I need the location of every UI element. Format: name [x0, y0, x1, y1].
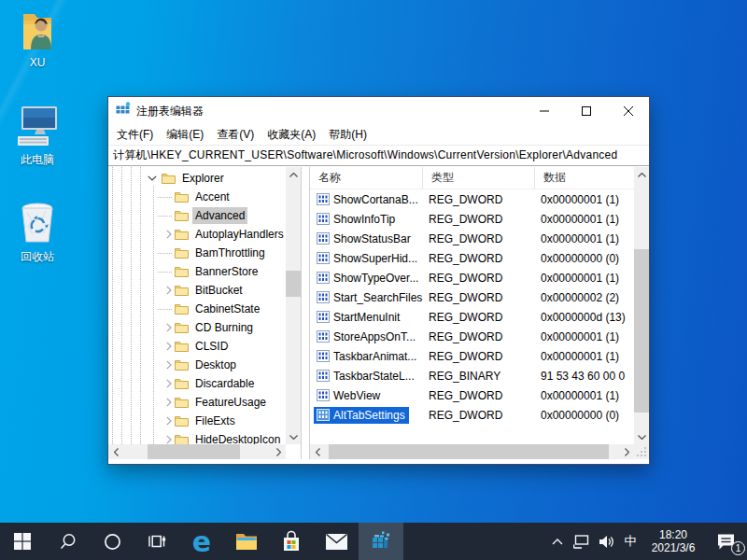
reg-value-icon — [317, 330, 331, 343]
tree-item-advanced[interactable]: Advanced — [108, 206, 286, 225]
chevron-right-icon[interactable] — [166, 435, 172, 444]
chevron-right-icon[interactable] — [166, 360, 172, 370]
desktop-icon-user-folder[interactable]: XU — [0, 10, 75, 69]
value-row-showinfotip[interactable]: ShowInfoTipREG_DWORD0x00000001 (1) — [310, 209, 634, 229]
tree-item-discardable[interactable]: Discardable — [108, 374, 286, 393]
action-center-button[interactable]: 1 — [704, 523, 747, 560]
pane-splitter[interactable] — [301, 167, 310, 459]
tree-item-bitbucket[interactable]: BitBucket — [108, 281, 286, 300]
value-row-startmenuinit[interactable]: StartMenuInitREG_DWORD0x0000000d (13) — [310, 307, 634, 327]
tree-item-bamthrottling[interactable]: BamThrottling — [108, 244, 286, 262]
folder-icon — [175, 191, 189, 203]
menubar: 文件(F)编辑(E)查看(V)收藏夹(A)帮助(H) — [108, 125, 649, 146]
column-header-data[interactable]: 数据 — [535, 167, 634, 189]
main-area: ExplorerAccentAdvancedAutoplayHandlersBa… — [108, 167, 649, 459]
tree-item-autoplayhandlers[interactable]: AutoplayHandlers — [108, 225, 286, 244]
tree-pane: ExplorerAccentAdvancedAutoplayHandlersBa… — [108, 167, 301, 459]
value-row-showstatusbar[interactable]: ShowStatusBarREG_DWORD0x00000001 (1) — [310, 229, 634, 248]
titlebar: 注册表编辑器 — [108, 97, 649, 125]
chevron-right-icon[interactable] — [166, 398, 172, 407]
tree-connector — [158, 253, 172, 254]
edge-icon: e — [192, 525, 211, 558]
chevron-right-icon[interactable] — [166, 323, 172, 332]
mail-button[interactable] — [314, 523, 359, 560]
tree-item-clsid[interactable]: CLSID — [108, 337, 286, 356]
value-row-webview[interactable]: WebViewREG_DWORD0x00000001 (1) — [310, 385, 634, 405]
folder-icon — [175, 303, 189, 315]
value-row-showsuperhid-[interactable]: ShowSuperHid...REG_DWORD0x00000000 (0) — [310, 248, 634, 268]
file-explorer-icon — [235, 533, 258, 551]
notification-badge: 1 — [731, 541, 745, 555]
tree-item-explorer[interactable]: Explorer — [108, 169, 286, 188]
reg-value-icon — [317, 193, 331, 205]
list-hscrollbar[interactable] — [310, 444, 634, 459]
tree-item-bannerstore[interactable]: BannerStore — [108, 262, 286, 281]
chevron-right-icon[interactable] — [166, 342, 172, 351]
address-bar[interactable]: 计算机\HKEY_CURRENT_USER\Software\Microsoft… — [108, 146, 649, 166]
menu-item-3[interactable]: 收藏夹(A) — [261, 125, 322, 145]
tray-expand-button[interactable] — [545, 523, 570, 560]
list-vscrollbar[interactable] — [634, 167, 649, 444]
value-row-start-searchfiles[interactable]: Start_SearchFilesREG_DWORD0x00000002 (2) — [310, 287, 634, 307]
chevron-right-icon[interactable] — [166, 416, 172, 426]
column-header-type[interactable]: 类型 — [423, 167, 535, 189]
clock[interactable]: 18:20 2021/3/6 — [642, 523, 704, 560]
file-explorer-button[interactable] — [224, 523, 269, 560]
column-header-name[interactable]: 名称 — [310, 167, 423, 189]
clock-time: 18:20 — [652, 528, 696, 541]
menu-item-2[interactable]: 查看(V) — [210, 125, 261, 145]
start-button[interactable] — [0, 523, 45, 560]
volume-tray-icon[interactable] — [594, 523, 618, 560]
tree-item-accent[interactable]: Accent — [108, 188, 286, 206]
menu-item-1[interactable]: 编辑(E) — [160, 125, 210, 145]
edge-button[interactable]: e — [179, 523, 224, 560]
registry-editor-taskbar-button[interactable] — [359, 523, 403, 560]
tree-item-desktop[interactable]: Desktop — [108, 356, 286, 374]
folder-icon — [175, 210, 189, 222]
tree-hscrollbar[interactable] — [108, 444, 286, 459]
value-row-storeappsont-[interactable]: StoreAppsOnT...REG_DWORD0x00000001 (1) — [310, 327, 634, 346]
reg-value-icon — [317, 389, 331, 401]
value-row-alttabsettings[interactable]: AltTabSettingsREG_DWORD0x00000000 (0) — [310, 405, 634, 425]
tree-item-featureusage[interactable]: FeatureUsage — [108, 393, 286, 412]
maximize-button[interactable] — [565, 97, 607, 125]
folder-icon — [175, 434, 189, 445]
folder-icon — [175, 247, 189, 259]
ime-indicator[interactable]: 中 — [618, 523, 642, 560]
chevron-right-icon[interactable] — [166, 230, 172, 239]
folder-icon — [175, 378, 189, 390]
menu-item-0[interactable]: 文件(F) — [110, 125, 160, 145]
search-button[interactable] — [45, 523, 90, 560]
value-row-showtypeover-[interactable]: ShowTypeOver...REG_DWORD0x00000001 (1) — [310, 268, 634, 287]
chevron-down-icon[interactable] — [148, 175, 157, 181]
menu-item-4[interactable]: 帮助(H) — [322, 125, 374, 145]
network-tray-icon[interactable] — [570, 523, 594, 560]
tree-item-hidedesktopicon[interactable]: HideDesktopIcon — [108, 430, 286, 444]
desktop-icon-recycle-bin[interactable]: 回收站 — [0, 200, 75, 265]
desktop-icon-label: 此电脑 — [21, 153, 54, 166]
tree-vscrollbar[interactable] — [286, 167, 301, 444]
cortana-icon — [104, 533, 121, 551]
task-view-button[interactable] — [134, 523, 179, 560]
desktop-icon-this-pc[interactable]: 此电脑 — [0, 105, 75, 168]
desktop-icon-label: XU — [30, 56, 46, 69]
windows-logo-icon — [14, 533, 31, 550]
close-button[interactable] — [607, 97, 649, 125]
resize-grip[interactable] — [634, 444, 649, 459]
reg-value-icon — [317, 232, 331, 245]
cortana-button[interactable] — [90, 523, 134, 560]
chevron-right-icon[interactable] — [166, 286, 172, 295]
tree-item-fileexts[interactable]: FileExts — [108, 412, 286, 430]
store-button[interactable] — [269, 523, 314, 560]
reg-value-icon — [317, 213, 331, 225]
chevron-right-icon[interactable] — [166, 379, 172, 388]
tree-item-cabinetstate[interactable]: CabinetState — [108, 300, 286, 318]
value-row-taskbarstatel-[interactable]: TaskbarStateL...REG_BINARY91 53 43 60 00… — [310, 366, 634, 385]
folder-icon — [175, 359, 189, 371]
tree-item-cd-burning[interactable]: CD Burning — [108, 318, 286, 337]
minimize-button[interactable] — [523, 97, 565, 125]
value-row-showcortanab-[interactable]: ShowCortanaB...REG_DWORD0x00000001 (1) — [310, 189, 634, 209]
value-row-taskbaranimat-[interactable]: TaskbarAnimat...REG_DWORD0x00000001 (1) — [310, 346, 634, 366]
tree-connector — [158, 272, 172, 273]
desktop: XU 此电脑 — [0, 0, 747, 560]
